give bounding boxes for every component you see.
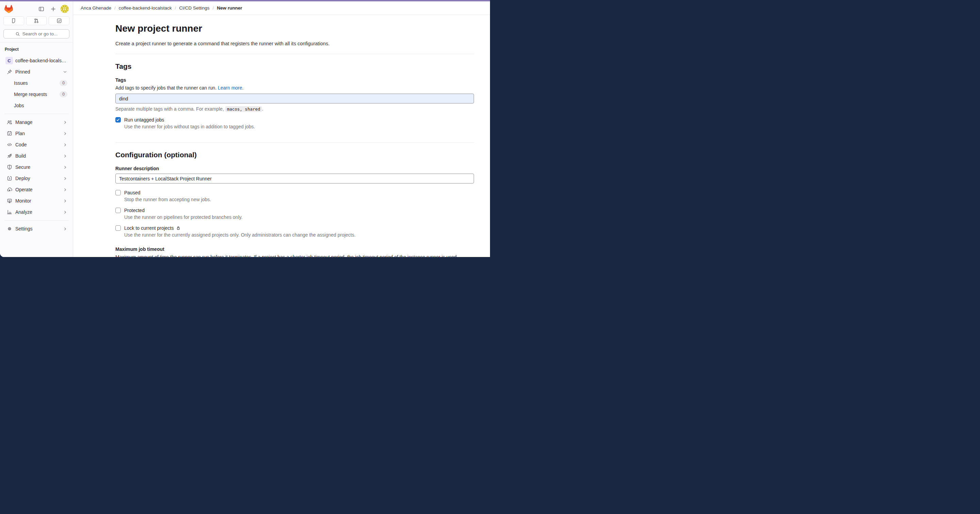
gitlab-logo[interactable] — [5, 5, 13, 13]
protected-checkbox-row[interactable]: Protected — [115, 207, 474, 213]
issues-count-badge: 0 — [60, 80, 67, 86]
sidebar-item-secure[interactable]: Secure — [3, 162, 70, 173]
monitor-icon — [7, 198, 12, 204]
shortcut-todo-button[interactable] — [49, 16, 69, 25]
calendar-icon — [7, 131, 12, 136]
sidebar-item-jobs[interactable]: Jobs — [3, 100, 70, 111]
tags-example-code: macos, shared — [225, 106, 262, 112]
lock-checkbox[interactable] — [115, 225, 121, 231]
search-icon — [15, 32, 20, 37]
create-new-button[interactable] — [49, 5, 57, 13]
deploy-icon — [7, 176, 12, 181]
paused-checkbox-row[interactable]: Paused — [115, 189, 474, 196]
sidebar-item-plan[interactable]: Plan — [3, 128, 70, 139]
breadcrumb-project[interactable]: coffee-backend-localstack — [119, 5, 172, 11]
users-icon — [7, 119, 12, 125]
tags-help: Separate multiple tags with a comma. For… — [115, 106, 474, 111]
breadcrumb-cicd-settings[interactable]: CI/CD Settings — [179, 5, 209, 11]
timeout-label: Maximum job timeout — [115, 247, 474, 252]
sidebar-item-deploy[interactable]: Deploy — [3, 173, 70, 184]
lock-help: Use the runner for the currently assigne… — [124, 232, 474, 238]
sidebar-item-monitor[interactable]: Monitor — [3, 196, 70, 206]
cloud-gear-icon — [7, 187, 12, 193]
sidebar-item-manage[interactable]: Manage — [3, 117, 70, 128]
breadcrumb-user[interactable]: Anca Ghenade — [81, 5, 111, 11]
run-untagged-label: Run untagged jobs — [124, 117, 164, 123]
gitlab-window: Search or go to... Project C coffee-back… — [0, 0, 490, 257]
chevron-right-icon — [63, 131, 67, 136]
breadcrumb: Anca Ghenade / coffee-backend-localstack… — [73, 2, 490, 15]
page-content: New project runner Create a project runn… — [73, 15, 490, 257]
timeout-description: Maximum amount of time the runner can ru… — [115, 254, 474, 257]
code-icon — [7, 142, 12, 147]
section-divider — [115, 142, 474, 143]
paused-help: Stop the runner from accepting new jobs. — [124, 197, 474, 202]
runner-description-input[interactable] — [115, 173, 474, 183]
section-divider — [115, 54, 474, 54]
runner-description-label: Runner description — [115, 166, 474, 171]
tags-section-heading: Tags — [115, 62, 474, 70]
lock-label: Lock to current projects — [124, 225, 181, 231]
sidebar-item-operate[interactable]: Operate — [3, 184, 70, 195]
chevron-right-icon — [63, 176, 67, 181]
shield-icon — [7, 164, 12, 170]
chevron-down-icon — [63, 70, 67, 74]
chart-icon — [7, 209, 12, 215]
run-untagged-checkbox-row[interactable]: Run untagged jobs — [115, 117, 474, 123]
sidebar-toggle-button[interactable] — [37, 5, 46, 13]
chevron-right-icon — [63, 210, 67, 215]
sidebar-item-project[interactable]: C coffee-backend-localstack — [3, 55, 70, 66]
sidebar-divider — [5, 114, 68, 114]
learn-more-link[interactable]: Learn more — [218, 85, 242, 91]
chevron-right-icon — [63, 165, 67, 170]
tags-input[interactable] — [115, 94, 474, 103]
project-avatar: C — [5, 57, 13, 64]
sidebar: Search or go to... Project C coffee-back… — [0, 2, 73, 257]
gear-icon — [7, 226, 12, 231]
chevron-right-icon — [63, 143, 67, 147]
search-placeholder: Search or go to... — [22, 31, 58, 37]
tags-field-description: Add tags to specify jobs that the runner… — [115, 85, 474, 91]
paused-checkbox[interactable] — [115, 190, 121, 196]
page-subtitle: Create a project runner to generate a co… — [115, 41, 474, 46]
tags-field-label: Tags — [115, 77, 474, 83]
sidebar-item-issues[interactable]: Issues 0 — [3, 78, 70, 89]
sidebar-section-label: Project — [0, 43, 73, 55]
sidebar-item-merge-requests[interactable]: Merge requests 0 — [3, 89, 70, 100]
protected-checkbox[interactable] — [115, 208, 121, 213]
paused-label: Paused — [124, 189, 140, 196]
shortcut-merge-requests-button[interactable] — [26, 16, 47, 25]
search-input[interactable]: Search or go to... — [3, 29, 69, 38]
sidebar-item-analyze[interactable]: Analyze — [3, 207, 70, 218]
pinned-label: Pinned — [15, 69, 63, 75]
chevron-right-icon — [63, 199, 67, 203]
chevron-right-icon — [63, 120, 67, 124]
protected-help: Use the runner on pipelines for protecte… — [124, 215, 474, 220]
protected-label: Protected — [124, 207, 145, 213]
page-title: New project runner — [115, 23, 474, 34]
rocket-icon — [7, 153, 12, 159]
pin-icon — [7, 69, 12, 75]
configuration-section-heading: Configuration (optional) — [115, 151, 474, 159]
chevron-right-icon — [63, 154, 67, 158]
lock-icon — [176, 226, 181, 231]
chevron-right-icon — [63, 188, 67, 192]
project-name: coffee-backend-localstack — [15, 58, 67, 63]
shortcut-issues-button[interactable] — [3, 16, 24, 25]
lock-checkbox-row[interactable]: Lock to current projects — [115, 225, 474, 231]
user-avatar[interactable] — [60, 5, 69, 13]
chevron-right-icon — [63, 227, 67, 231]
sidebar-item-build[interactable]: Build — [3, 150, 70, 161]
sidebar-item-code[interactable]: Code — [3, 139, 70, 150]
run-untagged-checkbox[interactable] — [115, 117, 121, 123]
sidebar-divider — [5, 220, 68, 221]
sidebar-item-pinned[interactable]: Pinned — [3, 66, 70, 77]
merge-requests-count-badge: 0 — [60, 91, 67, 97]
run-untagged-help: Use the runner for jobs without tags in … — [124, 124, 474, 129]
check-icon — [116, 118, 120, 122]
breadcrumb-current: New runner — [217, 5, 242, 11]
sidebar-item-settings[interactable]: Settings — [3, 223, 70, 234]
